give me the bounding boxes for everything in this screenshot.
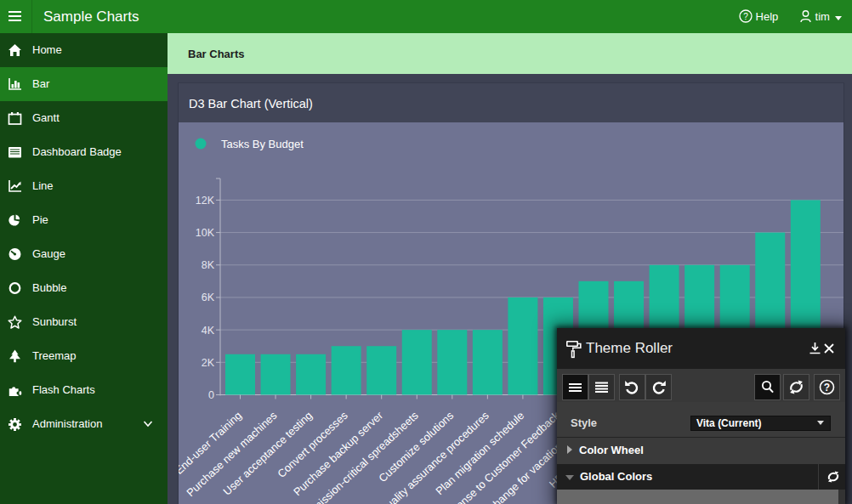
svg-text:10K: 10K bbox=[196, 227, 215, 239]
svg-text:4K: 4K bbox=[202, 325, 215, 337]
svg-text:8K: 8K bbox=[202, 259, 215, 271]
svg-text:2K: 2K bbox=[202, 357, 215, 369]
svg-text:?: ? bbox=[824, 382, 830, 394]
svg-text:6K: 6K bbox=[202, 292, 215, 303]
svg-text:?: ? bbox=[743, 12, 748, 21]
svg-text:Tasks By Budget: Tasks By Budget bbox=[221, 138, 304, 150]
svg-text:0: 0 bbox=[208, 389, 214, 401]
svg-text:12K: 12K bbox=[196, 195, 215, 207]
